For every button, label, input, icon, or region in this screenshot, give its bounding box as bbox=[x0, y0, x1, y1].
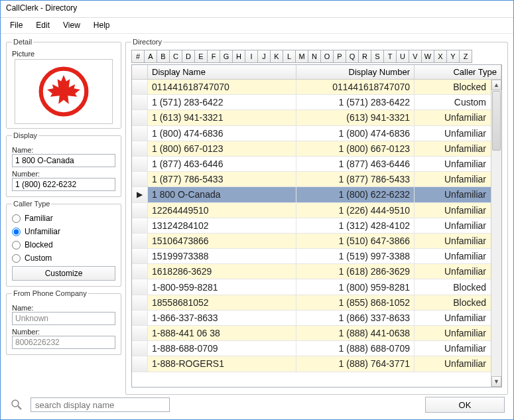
az-b[interactable]: B bbox=[157, 50, 170, 63]
az-a[interactable]: A bbox=[144, 50, 157, 63]
az-m[interactable]: M bbox=[295, 50, 308, 63]
az-t[interactable]: T bbox=[383, 50, 397, 63]
col-header-caller-type[interactable]: Caller Type bbox=[415, 65, 501, 79]
az-y[interactable]: Y bbox=[446, 50, 460, 63]
menu-file[interactable]: File bbox=[5, 19, 28, 32]
cell-display-number[interactable]: 011441618747070 bbox=[296, 80, 415, 94]
table-row[interactable]: 1 (800) 667-01231 (800) 667-0123Unfamili… bbox=[132, 141, 501, 157]
display-name-input[interactable] bbox=[12, 154, 115, 167]
cell-display-number[interactable]: 1 (510) 647-3866 bbox=[296, 234, 415, 248]
cell-caller-type[interactable]: Custom bbox=[415, 95, 501, 109]
scroll-down-icon[interactable]: ▼ bbox=[491, 376, 501, 387]
cell-display-name[interactable]: 15106473866 bbox=[148, 234, 296, 248]
az-l[interactable]: L bbox=[283, 50, 296, 63]
cell-display-number[interactable]: 1 (226) 444-9510 bbox=[296, 203, 415, 218]
radio-input-custom[interactable] bbox=[12, 254, 21, 263]
col-header-display-number[interactable]: Display Number bbox=[296, 65, 415, 79]
az-u[interactable]: U bbox=[396, 50, 409, 63]
cell-caller-type[interactable]: Unfamiliar bbox=[415, 187, 501, 202]
table-row[interactable]: 1618286-36291 (618) 286-3629Unfamiliar bbox=[132, 264, 501, 279]
radio-input-blocked[interactable] bbox=[12, 241, 21, 249]
cell-display-number[interactable]: 1 (888) 764-3771 bbox=[296, 356, 415, 371]
row-indicator[interactable] bbox=[132, 279, 148, 294]
table-row[interactable]: 151064738661 (510) 647-3866Unfamiliar bbox=[132, 234, 501, 249]
row-indicator[interactable] bbox=[132, 157, 148, 171]
cell-display-number[interactable]: 1 (800) 959-8281 bbox=[296, 279, 415, 294]
cell-display-number[interactable]: 1 (877) 786-5433 bbox=[296, 172, 415, 186]
cell-display-number[interactable]: 1 (855) 868-1052 bbox=[296, 295, 415, 310]
cell-display-name[interactable]: 18558681052 bbox=[148, 295, 296, 310]
cell-display-name[interactable]: 1-866-337-8633 bbox=[148, 311, 296, 325]
table-row[interactable]: 011441618747070011441618747070Blocked bbox=[132, 80, 501, 95]
cell-display-name[interactable]: 1-888-ROGERS1 bbox=[148, 356, 296, 371]
row-indicator[interactable] bbox=[132, 80, 148, 94]
row-indicator[interactable] bbox=[132, 249, 148, 263]
cell-caller-type[interactable]: Unfamiliar bbox=[415, 264, 501, 279]
table-row[interactable]: 1-888-441 06 381 (888) 441-0638Unfamilia… bbox=[132, 326, 501, 341]
cell-display-number[interactable]: 1 (888) 441-0638 bbox=[296, 326, 415, 340]
cell-caller-type[interactable]: Blocked bbox=[415, 279, 501, 294]
search-input[interactable] bbox=[31, 397, 170, 412]
radio-unfamiliar[interactable]: Unfamiliar bbox=[12, 225, 115, 238]
cell-caller-type[interactable]: Blocked bbox=[415, 295, 501, 310]
cell-caller-type[interactable]: Unfamiliar bbox=[415, 249, 501, 263]
row-indicator[interactable] bbox=[132, 141, 148, 156]
cell-display-number[interactable]: (613) 941-3321 bbox=[296, 110, 415, 125]
row-indicator[interactable] bbox=[132, 356, 148, 371]
row-indicator[interactable] bbox=[132, 295, 148, 310]
cell-caller-type[interactable]: Unfamiliar bbox=[415, 234, 501, 248]
vertical-scrollbar[interactable]: ▲ ▼ bbox=[491, 80, 501, 387]
table-row[interactable]: 1 (877) 786-54331 (877) 786-5433Unfamili… bbox=[132, 172, 501, 187]
row-indicator[interactable] bbox=[132, 126, 148, 141]
menu-help[interactable]: Help bbox=[88, 19, 115, 32]
table-row[interactable]: 1-800-959-82811 (800) 959-8281Blocked bbox=[132, 279, 501, 295]
table-row[interactable]: ▶1 800 O-Canada1 (800) 622-6232Unfamilia… bbox=[132, 187, 501, 202]
table-row[interactable]: 131242841021 (312) 428-4102Unfamiliar bbox=[132, 218, 501, 234]
cell-display-name[interactable]: 1-888-688-0709 bbox=[148, 341, 296, 356]
scroll-thumb[interactable] bbox=[492, 91, 501, 151]
az-h[interactable]: H bbox=[232, 50, 245, 63]
az-q[interactable]: Q bbox=[346, 50, 359, 63]
cell-display-name[interactable]: 12264449510 bbox=[148, 203, 296, 218]
cell-caller-type[interactable]: Unfamiliar bbox=[415, 126, 501, 141]
cell-caller-type[interactable]: Unfamiliar bbox=[415, 172, 501, 186]
table-row[interactable]: 1 (800) 474-68361 (800) 474-6836Unfamili… bbox=[132, 126, 501, 141]
cell-caller-type[interactable]: Unfamiliar bbox=[415, 356, 501, 371]
table-row[interactable]: 1 (613) 941-3321(613) 941-3321Unfamiliar bbox=[132, 110, 501, 125]
az-k[interactable]: K bbox=[270, 50, 283, 63]
row-indicator[interactable] bbox=[132, 110, 148, 125]
row-selector-header[interactable] bbox=[132, 65, 148, 79]
cell-display-number[interactable]: 1 (877) 463-6446 bbox=[296, 157, 415, 171]
cell-display-name[interactable]: 1 (613) 941-3321 bbox=[148, 110, 296, 125]
az-n[interactable]: N bbox=[308, 50, 321, 63]
cell-display-number[interactable]: 1 (571) 283-6422 bbox=[296, 95, 415, 109]
col-header-display-name[interactable]: Display Name bbox=[148, 65, 296, 79]
menu-edit[interactable]: Edit bbox=[31, 19, 55, 32]
cell-caller-type[interactable]: Unfamiliar bbox=[415, 311, 501, 325]
cell-display-name[interactable]: 1-888-441 06 38 bbox=[148, 326, 296, 340]
cell-display-number[interactable]: 1 (888) 688-0709 bbox=[296, 341, 415, 356]
table-row[interactable]: 122644495101 (226) 444-9510Unfamiliar bbox=[132, 203, 501, 218]
cell-display-name[interactable]: 1 (800) 667-0123 bbox=[148, 141, 296, 156]
cell-display-name[interactable]: 011441618747070 bbox=[148, 80, 296, 94]
cell-display-name[interactable]: 1 (877) 786-5433 bbox=[148, 172, 296, 186]
az-c[interactable]: C bbox=[169, 50, 182, 63]
radio-custom[interactable]: Custom bbox=[12, 251, 115, 265]
table-row[interactable]: 1-888-ROGERS11 (888) 764-3771Unfamiliar bbox=[132, 356, 501, 372]
row-indicator[interactable] bbox=[132, 95, 148, 109]
cell-caller-type[interactable]: Unfamiliar bbox=[415, 110, 501, 125]
scroll-up-icon[interactable]: ▲ bbox=[491, 80, 501, 90]
table-row[interactable]: 1-866-337-86331 (866) 337-8633Unfamiliar bbox=[132, 311, 501, 326]
cell-display-name[interactable]: 1 800 O-Canada bbox=[148, 187, 296, 202]
table-row[interactable]: 185586810521 (855) 868-1052Blocked bbox=[132, 295, 501, 311]
table-row[interactable]: 1 (877) 463-64461 (877) 463-6446Unfamili… bbox=[132, 157, 501, 172]
row-indicator[interactable] bbox=[132, 172, 148, 186]
az-i[interactable]: I bbox=[245, 50, 258, 63]
cell-caller-type[interactable]: Blocked bbox=[415, 80, 501, 94]
row-indicator[interactable] bbox=[132, 326, 148, 340]
table-row[interactable]: 1 (571) 283-64221 (571) 283-6422Custom bbox=[132, 95, 501, 110]
cell-display-name[interactable]: 1618286-3629 bbox=[148, 264, 296, 279]
cell-display-name[interactable]: 13124284102 bbox=[148, 218, 296, 233]
cell-display-number[interactable]: 1 (800) 667-0123 bbox=[296, 141, 415, 156]
row-indicator[interactable] bbox=[132, 341, 148, 356]
